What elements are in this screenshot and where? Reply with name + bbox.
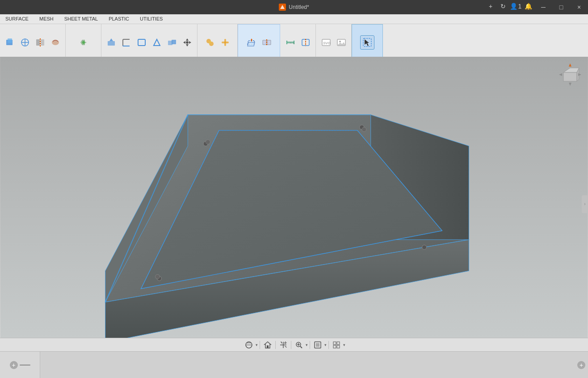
svg-line-78 xyxy=(300,346,302,348)
svg-marker-22 xyxy=(189,41,191,44)
close-button[interactable]: × xyxy=(570,0,588,14)
svg-point-23 xyxy=(186,41,189,44)
modify-combine-icon[interactable] xyxy=(165,35,179,50)
svg-point-56 xyxy=(206,140,210,144)
svg-marker-30 xyxy=(248,42,255,46)
right-panel-toggle[interactable]: › xyxy=(582,195,588,213)
tab-plastic[interactable]: PLASTIC xyxy=(103,15,134,24)
home-view-tool[interactable] xyxy=(262,339,273,351)
svg-point-10 xyxy=(82,41,85,44)
construct-offsetplane-icon[interactable] xyxy=(244,35,259,50)
svg-rect-76 xyxy=(267,345,269,348)
tab-utilities[interactable]: UTILITIES xyxy=(134,15,168,24)
timeline-divider xyxy=(20,365,30,365)
svg-point-60 xyxy=(155,274,160,279)
window-title: Untitled* xyxy=(289,4,309,10)
tab-mesh[interactable]: MESH xyxy=(34,15,59,24)
display-dropdown[interactable]: ▾ xyxy=(324,343,327,347)
modify-move-icon[interactable] xyxy=(180,35,194,50)
timeline-panel: + + xyxy=(0,351,588,378)
svg-marker-67 xyxy=(563,68,579,72)
insert-svg-icon[interactable]: SVG xyxy=(319,35,333,50)
notification-button[interactable]: 🔔 xyxy=(522,0,534,13)
timeline-add-left-button[interactable]: + xyxy=(10,361,18,369)
svg-marker-48 xyxy=(365,39,369,46)
app-icon xyxy=(279,4,286,11)
svg-marker-12 xyxy=(109,38,113,41)
inspect-section-icon[interactable] xyxy=(298,35,313,50)
tab-surface[interactable]: SURFACE xyxy=(0,15,34,24)
svg-marker-19 xyxy=(186,38,189,41)
svg-rect-82 xyxy=(316,343,319,347)
assemble-jointorigin-icon[interactable] xyxy=(218,35,232,50)
svg-point-58 xyxy=(362,127,366,132)
timeline-left-controls: + xyxy=(0,352,40,378)
construct-midplane-icon[interactable] xyxy=(260,35,274,50)
svg-text:SVG: SVG xyxy=(323,41,331,45)
select-icon[interactable] xyxy=(360,35,374,50)
add-icon: + xyxy=(489,3,492,10)
minimize-button[interactable]: ─ xyxy=(534,0,552,14)
display-mode-tool[interactable] xyxy=(312,339,323,351)
svg-marker-34 xyxy=(267,40,271,45)
timeline-content[interactable]: + xyxy=(40,352,588,378)
create-sculpt-icon[interactable] xyxy=(48,35,63,50)
modify-shell-icon[interactable] xyxy=(134,35,149,50)
svg-rect-2 xyxy=(8,38,12,43)
svg-rect-6 xyxy=(36,39,40,46)
automate-icon[interactable] xyxy=(76,35,91,50)
svg-rect-14 xyxy=(139,41,144,44)
tab-sheet-metal[interactable]: SHEET METAL xyxy=(59,15,103,24)
user-button[interactable]: 👤 1 xyxy=(509,0,522,13)
assemble-joint-icon[interactable] xyxy=(203,35,217,50)
svg-text:←→: ←→ xyxy=(290,42,295,44)
pan-tool[interactable] xyxy=(277,339,289,351)
inspect-measure-icon[interactable]: ←→ xyxy=(283,35,298,50)
svg-marker-0 xyxy=(280,5,285,9)
view-cube[interactable] xyxy=(557,61,584,88)
svg-point-9 xyxy=(52,40,59,45)
maximize-button[interactable]: □ xyxy=(552,0,570,14)
svg-rect-85 xyxy=(333,345,336,348)
zoom-dropdown[interactable]: ▾ xyxy=(306,343,308,347)
bell-icon: 🔔 xyxy=(525,3,532,10)
svg-rect-84 xyxy=(337,342,340,344)
svg-marker-20 xyxy=(186,44,189,46)
modify-fillet-icon[interactable] xyxy=(119,35,134,50)
svg-rect-28 xyxy=(224,39,226,46)
svg-rect-86 xyxy=(337,345,340,348)
window-controls: + ↻ 👤 1 🔔 ─ □ × xyxy=(484,0,588,14)
insert-image-icon[interactable] xyxy=(334,35,349,50)
svg-point-26 xyxy=(209,41,211,44)
refresh-button[interactable]: ↻ xyxy=(497,0,509,13)
orbit-tool[interactable] xyxy=(243,339,255,351)
svg-marker-71 xyxy=(559,73,562,76)
modify-draft-icon[interactable] xyxy=(150,35,164,50)
add-button[interactable]: + xyxy=(484,0,497,13)
svg-rect-83 xyxy=(333,342,336,344)
svg-point-61 xyxy=(422,245,427,249)
grid-dropdown[interactable]: ▾ xyxy=(343,343,345,347)
grid-tool[interactable] xyxy=(331,339,342,351)
modify-presspull-icon[interactable] xyxy=(104,35,118,50)
svg-rect-7 xyxy=(41,39,44,46)
viewport[interactable]: › xyxy=(0,57,588,351)
orbit-dropdown[interactable]: ▾ xyxy=(256,343,258,347)
svg-marker-72 xyxy=(578,73,581,76)
create-newbody-icon[interactable] xyxy=(3,35,17,50)
svg-point-45 xyxy=(339,41,341,42)
3d-model-svg xyxy=(0,57,588,351)
create-split-icon[interactable] xyxy=(33,35,47,50)
svg-rect-11 xyxy=(108,41,115,46)
title-bar: Untitled* + ↻ 👤 1 🔔 ─ □ × xyxy=(0,0,588,14)
svg-marker-70 xyxy=(569,83,571,86)
zoom-tool[interactable] xyxy=(293,339,305,351)
svg-rect-18 xyxy=(172,40,176,44)
timeline-add-right-button[interactable]: + xyxy=(577,361,585,369)
svg-marker-69 xyxy=(569,63,571,67)
svg-marker-15 xyxy=(154,39,160,46)
create-sketch-icon[interactable] xyxy=(18,35,32,50)
svg-marker-66 xyxy=(563,72,577,81)
user-icon: 👤 xyxy=(510,3,517,10)
refresh-icon: ↻ xyxy=(500,3,506,10)
